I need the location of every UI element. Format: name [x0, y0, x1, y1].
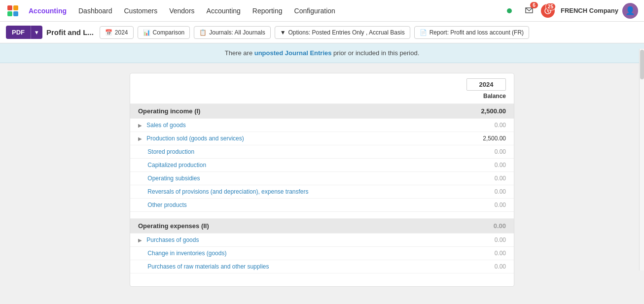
table-row: ▶ Production sold (goods and services) 2…: [130, 132, 514, 145]
filter-report-label: Report: Profit and loss account (FR): [429, 29, 524, 36]
expand-icon[interactable]: ▶: [138, 237, 142, 243]
row-purchases-raw-value: 0.00: [465, 260, 514, 273]
main-content: 2024 Balance Operating income (I) 2,500.…: [0, 63, 644, 297]
row-subsidies-label-cell: Operating subsidies: [130, 172, 465, 185]
report-card: 2024 Balance Operating income (I) 2,500.…: [130, 73, 514, 287]
table-row: Stored production 0.00: [130, 145, 514, 159]
row-change-inventories-label-cell: Change in inventories (goods): [130, 247, 465, 260]
filter-journals[interactable]: 📋 Journals: All Journals: [194, 26, 270, 39]
section-operating-income: Operating income (I) 2,500.00: [130, 104, 514, 119]
row-purchases-goods-value: 0.00: [465, 234, 514, 247]
svg-rect-2: [7, 11, 12, 16]
row-stored-label-cell: Stored production: [130, 145, 465, 159]
notice-prefix: There are: [225, 49, 254, 57]
expand-icon[interactable]: ▶: [138, 136, 142, 141]
table-row: Change in inventories (goods) 0.00: [130, 247, 514, 260]
company-name-label: FRENCH Company: [561, 7, 618, 14]
filter-journals-label: Journals: All Journals: [209, 29, 265, 36]
svg-rect-3: [13, 11, 18, 16]
chart-icon: 📊: [143, 29, 150, 36]
row-production-sold-label-cell: ▶ Production sold (goods and services): [130, 132, 465, 145]
nav-item-accounting-brand[interactable]: Accounting: [24, 4, 72, 18]
section-operating-income-value: 2,500.00: [465, 104, 514, 119]
table-row: Capitalized production 0.00: [130, 159, 514, 172]
report-year-header: 2024: [130, 73, 514, 91]
filter-year-label: 2024: [115, 29, 128, 36]
filter-options[interactable]: ▼ Options: Posted Entries Only , Accrual…: [275, 26, 410, 39]
row-purchases-goods-label-cell: ▶ Purchases of goods: [130, 234, 465, 247]
table-row: ▶ Sales of goods 0.00: [130, 119, 514, 132]
nav-item-accounting[interactable]: Accounting: [202, 4, 246, 18]
expand-icon[interactable]: ▶: [138, 123, 142, 128]
nav-item-configuration[interactable]: Configuration: [289, 4, 340, 18]
row-other-products-label[interactable]: Other products: [147, 202, 186, 208]
nav-icons-group: 6 25 FRENCH Company 👤: [501, 3, 638, 19]
row-sales-label-cell: ▶ Sales of goods: [130, 119, 465, 132]
filter-icon: ▼: [280, 29, 286, 36]
row-purchases-raw-label-cell: Purchases of raw materials and other sup…: [130, 260, 465, 273]
online-dot: [507, 8, 512, 13]
nav-item-dashboard[interactable]: Dashboard: [73, 4, 117, 18]
user-avatar[interactable]: 👤: [622, 3, 638, 19]
row-stored-label[interactable]: Stored production: [147, 148, 194, 155]
calendar-icon: 📅: [105, 29, 112, 36]
row-purchases-raw-label[interactable]: Purchases of raw materials and other sup…: [147, 263, 269, 270]
row-reversals-label[interactable]: Reversals of provisions (and depreciatio…: [147, 188, 308, 195]
filter-year[interactable]: 📅 2024: [100, 26, 134, 39]
row-change-inventories-label[interactable]: Change in inventories (goods): [147, 250, 226, 257]
messages-button[interactable]: 6: [521, 3, 537, 19]
table-row: Reversals of provisions (and depreciatio…: [130, 185, 514, 199]
filter-comparison-label: Comparison: [153, 29, 185, 36]
spacer-row: [130, 212, 514, 219]
row-sales-value: 0.00: [465, 119, 514, 132]
section-operating-expenses-value: 0.00: [465, 219, 514, 234]
nav-item-vendors[interactable]: Vendors: [164, 4, 199, 18]
pdf-dropdown-button[interactable]: ▾: [31, 26, 42, 39]
filter-comparison[interactable]: 📊 Comparison: [138, 26, 190, 39]
row-capitalized-value: 0.00: [465, 159, 514, 172]
filter-report[interactable]: 📄 Report: Profit and loss account (FR): [414, 26, 529, 39]
row-stored-value: 0.00: [465, 145, 514, 159]
notice-highlight[interactable]: unposted Journal Entries: [254, 49, 332, 57]
row-change-inventories-value: 0.00: [465, 247, 514, 260]
row-other-products-value: 0.00: [465, 199, 514, 212]
app-logo[interactable]: [6, 4, 20, 18]
row-reversals-label-cell: Reversals of provisions (and depreciatio…: [130, 185, 465, 199]
status-indicator: [501, 3, 517, 19]
journal-icon: 📋: [199, 29, 207, 36]
table-row: Purchases of raw materials and other sup…: [130, 260, 514, 273]
row-production-sold-value: 2,500.00: [465, 132, 514, 145]
scrollbar-thumb[interactable]: [640, 50, 644, 79]
activities-badge: 25: [545, 3, 556, 10]
row-subsidies-label[interactable]: Operating subsidies: [147, 175, 200, 182]
top-navigation: Accounting Dashboard Customers Vendors A…: [0, 0, 644, 22]
section-operating-income-label: Operating income (I): [130, 104, 465, 119]
year-box: 2024: [466, 78, 506, 91]
svg-rect-0: [7, 5, 12, 10]
report-subheader: Balance: [130, 91, 514, 104]
notice-suffix: prior or included in this period.: [331, 49, 419, 57]
report-table: Operating income (I) 2,500.00 ▶ Sales of…: [130, 104, 514, 273]
activities-button[interactable]: 25: [541, 4, 555, 18]
table-row: ▶ Purchases of goods 0.00: [130, 234, 514, 247]
svg-rect-1: [13, 5, 18, 10]
row-capitalized-label[interactable]: Capitalized production: [147, 162, 206, 169]
table-row: Operating subsidies 0.00: [130, 172, 514, 185]
scrollbar[interactable]: [639, 49, 644, 270]
row-reversals-value: 0.00: [465, 185, 514, 199]
balance-column-header: Balance: [457, 93, 506, 100]
report-icon: 📄: [420, 29, 427, 36]
row-purchases-goods-label[interactable]: Purchases of goods: [146, 236, 199, 243]
section-operating-expenses-label: Operating expenses (II): [130, 219, 465, 234]
row-production-sold-label[interactable]: Production sold (goods and services): [146, 135, 244, 142]
notice-bar: There are unposted Journal Entries prior…: [0, 43, 644, 63]
section-operating-expenses: Operating expenses (II) 0.00: [130, 219, 514, 234]
row-sales-label[interactable]: Sales of goods: [146, 122, 185, 129]
pdf-button[interactable]: PDF: [6, 26, 31, 39]
nav-item-reporting[interactable]: Reporting: [248, 4, 287, 18]
nav-item-customers[interactable]: Customers: [119, 4, 163, 18]
row-capitalized-label-cell: Capitalized production: [130, 159, 465, 172]
report-toolbar: PDF ▾ Profit and L... 📅 2024 📊 Compariso…: [0, 22, 644, 43]
row-other-products-label-cell: Other products: [130, 199, 465, 212]
pdf-button-group[interactable]: PDF ▾: [6, 26, 42, 39]
